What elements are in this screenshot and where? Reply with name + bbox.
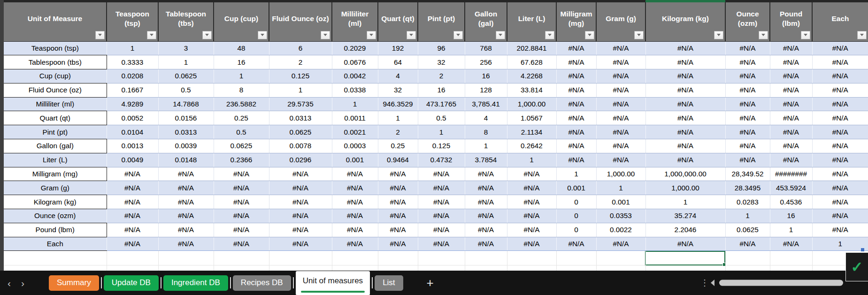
- cell[interactable]: 0.0625: [214, 139, 269, 153]
- cell[interactable]: #N/A: [378, 195, 418, 209]
- cell[interactable]: #N/A: [645, 55, 725, 69]
- column-header-gallon-gal[interactable]: Gallon (gal): [465, 2, 507, 41]
- column-header-pound-lbm[interactable]: Pound (lbm): [770, 2, 812, 41]
- cell[interactable]: #N/A: [770, 41, 812, 55]
- row-label[interactable]: Cup (cup): [4, 69, 107, 83]
- cell[interactable]: 8: [214, 83, 269, 97]
- cell[interactable]: #N/A: [770, 111, 812, 125]
- cell[interactable]: 0.25: [214, 111, 269, 125]
- cell[interactable]: 128: [465, 83, 507, 97]
- cell[interactable]: 0.0013: [107, 139, 158, 153]
- filter-button[interactable]: [496, 31, 505, 39]
- cell[interactable]: 0.3333: [107, 55, 158, 69]
- cell[interactable]: #N/A: [812, 125, 868, 139]
- filter-button[interactable]: [857, 31, 867, 39]
- cell[interactable]: #N/A: [596, 69, 645, 83]
- cell[interactable]: 2.2046: [645, 223, 725, 237]
- filter-button[interactable]: [407, 31, 416, 39]
- cell[interactable]: 0.0021: [332, 125, 378, 139]
- cell[interactable]: 32: [418, 55, 465, 69]
- cell[interactable]: 67.628: [507, 55, 556, 69]
- cell[interactable]: #N/A: [725, 69, 770, 83]
- cell[interactable]: 16: [465, 69, 507, 83]
- column-header-gram-g[interactable]: Gram (g): [596, 2, 645, 41]
- cell[interactable]: 0.4732: [418, 153, 465, 167]
- cell[interactable]: #N/A: [556, 153, 596, 167]
- cell[interactable]: 4: [378, 69, 418, 83]
- cell[interactable]: 1,000.00: [596, 167, 645, 181]
- cell[interactable]: 0.125: [269, 69, 332, 83]
- cell[interactable]: #N/A: [596, 41, 645, 55]
- cell[interactable]: 2: [418, 69, 465, 83]
- cell[interactable]: 35.274: [645, 209, 725, 223]
- cell[interactable]: #N/A: [770, 83, 812, 97]
- cell[interactable]: #N/A: [596, 55, 645, 69]
- cell[interactable]: #N/A: [158, 195, 214, 209]
- cell[interactable]: #N/A: [725, 139, 770, 153]
- column-header-liter-l[interactable]: Liter (L): [507, 2, 556, 41]
- row-label[interactable]: Fluid Ounce (oz): [4, 83, 107, 97]
- cell[interactable]: 256: [465, 55, 507, 69]
- cell[interactable]: 1.0567: [507, 111, 556, 125]
- cell[interactable]: #N/A: [507, 195, 556, 209]
- cell[interactable]: 0.0104: [107, 125, 158, 139]
- cell[interactable]: 32: [378, 83, 418, 97]
- cell[interactable]: 2.1134: [507, 125, 556, 139]
- cell[interactable]: 1: [812, 237, 868, 251]
- row-label[interactable]: Gram (g): [4, 181, 107, 195]
- cell[interactable]: 0.5: [214, 125, 269, 139]
- cell[interactable]: #N/A: [465, 237, 507, 251]
- cell[interactable]: #N/A: [770, 97, 812, 111]
- column-header-ounce-ozm[interactable]: Ounce (ozm): [725, 2, 770, 41]
- cell[interactable]: 0: [556, 195, 596, 209]
- cell[interactable]: #N/A: [645, 41, 725, 55]
- cell[interactable]: #N/A: [214, 223, 269, 237]
- cell[interactable]: 0.0042: [332, 69, 378, 83]
- cell[interactable]: #N/A: [332, 223, 378, 237]
- cell[interactable]: #N/A: [812, 69, 868, 83]
- cell[interactable]: #N/A: [269, 223, 332, 237]
- cell[interactable]: #N/A: [269, 237, 332, 251]
- cell[interactable]: #N/A: [812, 83, 868, 97]
- cell[interactable]: 0.0313: [269, 111, 332, 125]
- cell[interactable]: #N/A: [725, 55, 770, 69]
- cell[interactable]: 28,349.52: [725, 167, 770, 181]
- column-header-fluid-ounce-oz[interactable]: Fluid Ounce (oz): [269, 2, 332, 41]
- column-header-tablespoon-tbs[interactable]: Tablespoon (tbs): [158, 2, 214, 41]
- cell[interactable]: 0.0039: [158, 139, 214, 153]
- cell[interactable]: 16: [214, 55, 269, 69]
- cell[interactable]: #N/A: [770, 69, 812, 83]
- filter-button[interactable]: [367, 31, 376, 39]
- column-header-unit-of-measure[interactable]: Unit of Measure: [4, 2, 107, 41]
- column-header-milliliter-ml[interactable]: Milliliter (ml): [332, 2, 378, 41]
- filter-button[interactable]: [258, 31, 267, 39]
- cell[interactable]: #N/A: [725, 153, 770, 167]
- cell[interactable]: #N/A: [725, 237, 770, 251]
- cell[interactable]: 0.001: [556, 181, 596, 195]
- cell[interactable]: 0.0208: [107, 69, 158, 83]
- cell[interactable]: #N/A: [465, 167, 507, 181]
- next-sheet-icon[interactable]: ›: [21, 278, 24, 288]
- cell[interactable]: 0.0078: [269, 139, 332, 153]
- cell[interactable]: #N/A: [812, 153, 868, 167]
- column-header-each[interactable]: Each: [812, 2, 868, 41]
- cell[interactable]: #N/A: [269, 209, 332, 223]
- cell[interactable]: #N/A: [107, 223, 158, 237]
- cell[interactable]: #N/A: [507, 181, 556, 195]
- cell[interactable]: #N/A: [378, 167, 418, 181]
- row-label[interactable]: Teaspoon (tsp): [4, 41, 107, 55]
- cell[interactable]: 473.1765: [418, 97, 465, 111]
- sheet-tab-summary[interactable]: Summary: [49, 275, 99, 291]
- cell[interactable]: 1: [556, 167, 596, 181]
- cell[interactable]: 28.3495: [725, 181, 770, 195]
- row-label[interactable]: Ounce (ozm): [4, 209, 107, 223]
- column-header-kilogram-kg[interactable]: Kilogram (kg): [645, 2, 725, 41]
- cell[interactable]: #N/A: [107, 167, 158, 181]
- column-header-milligram-mg[interactable]: Milligram (mg): [556, 2, 596, 41]
- cell[interactable]: #N/A: [507, 209, 556, 223]
- cell[interactable]: #N/A: [107, 237, 158, 251]
- cell[interactable]: 4: [465, 111, 507, 125]
- cell[interactable]: 16: [770, 209, 812, 223]
- cell[interactable]: #N/A: [770, 139, 812, 153]
- cell[interactable]: 8: [465, 125, 507, 139]
